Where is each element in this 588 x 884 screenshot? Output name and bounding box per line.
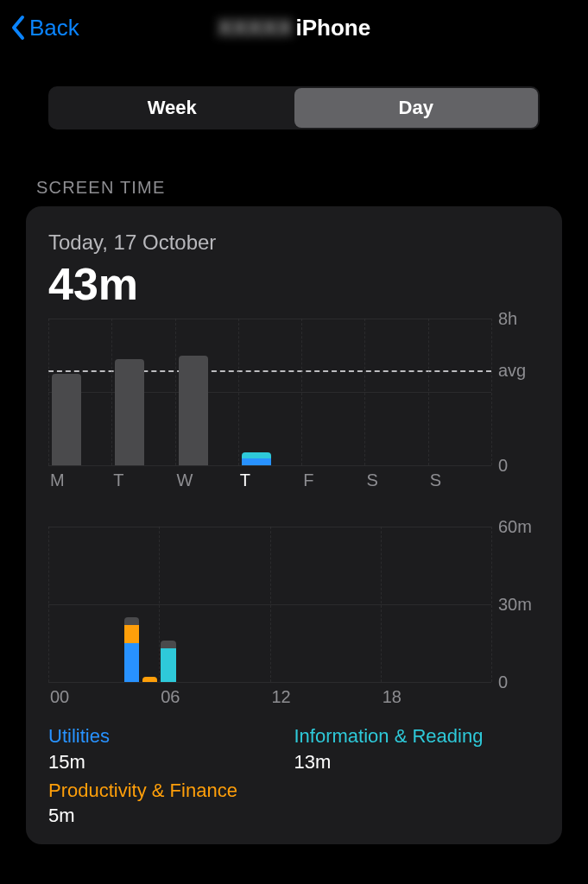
legend-value: 13m [294,751,541,774]
section-header-screentime: SCREEN TIME [36,178,552,198]
weekly-x-axis: MTWTFSS [48,470,540,490]
weekly-x-tick: S [428,470,491,490]
weekly-bar [179,356,208,466]
legend-name: Productivity & Finance [48,779,294,804]
legend-value: 15m [48,751,294,774]
legend-item-prod-finance[interactable]: Productivity & Finance 5m [48,779,294,828]
hourly-x-tick: 12 [270,687,381,707]
segment-week[interactable]: Week [50,88,294,128]
hourly-y-axis: 60m 30m 0 [491,527,540,682]
hourly-chart-plot [48,527,491,682]
weekly-x-tick: T [238,470,301,490]
nav-bar: Back XXXXXiPhone [0,0,588,55]
legend-value: 5m [48,805,294,827]
summary-date: Today, 17 October [48,230,540,255]
hourly-bar [142,677,157,682]
screen-time-card: Today, 17 October 43m 8h avg 0 MTWTFSS 6… [26,206,562,844]
nav-title-device: iPhone [296,15,371,41]
y-tick: 30m [498,595,532,615]
weekly-chart: 8h avg 0 [48,319,540,465]
category-legend: Utilities 15m Information & Reading 13m … [48,724,540,827]
segment-day[interactable]: Day [294,88,539,128]
week-day-segmented-control: Week Day [48,86,540,129]
hourly-x-tick: 00 [48,687,159,707]
weekly-x-tick: W [175,470,238,490]
hourly-x-tick: 06 [159,687,269,707]
weekly-bar [242,452,271,465]
legend-name: Utilities [48,724,294,749]
weekly-x-tick: F [301,470,364,490]
weekly-bar [52,374,81,465]
nav-title-owner-blurred: XXXXX [218,15,296,41]
weekly-bar [115,359,144,465]
y-tick-avg: avg [498,360,526,380]
legend-name: Information & Reading [294,724,541,749]
hourly-bar [124,617,139,682]
nav-title: XXXXXiPhone [0,15,588,41]
legend-item-info-reading[interactable]: Information & Reading 13m [294,724,541,774]
weekly-x-tick: S [364,470,427,490]
weekly-x-tick: T [111,470,174,490]
hourly-chart: 60m 30m 0 [48,527,540,682]
summary-total: 43m [48,258,540,310]
y-tick: 0 [498,456,508,476]
weekly-chart-plot [48,319,491,465]
weekly-x-tick: M [48,470,111,490]
hourly-x-axis: 00061218 [48,687,540,707]
legend-item-utilities[interactable]: Utilities 15m [48,724,294,774]
hourly-x-tick: 18 [381,687,491,707]
chevron-left-icon [10,15,26,41]
back-button[interactable]: Back [10,15,79,41]
y-tick: 0 [498,672,508,692]
hourly-bar [161,641,175,682]
y-tick: 60m [498,517,532,537]
weekly-y-axis: 8h avg 0 [491,319,540,465]
y-tick: 8h [498,309,517,329]
back-label: Back [29,15,79,41]
